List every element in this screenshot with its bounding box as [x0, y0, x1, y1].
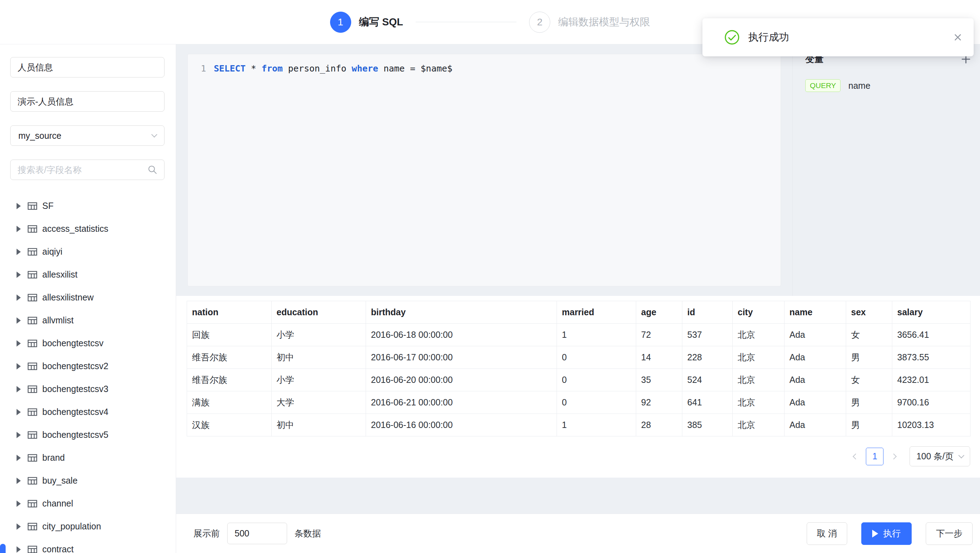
table-tree-item[interactable]: channel — [0, 492, 176, 515]
close-icon[interactable] — [953, 32, 963, 43]
next-page-button[interactable] — [886, 448, 902, 465]
chevron-down-icon — [151, 132, 158, 138]
table-tree-item[interactable]: allvmlist — [0, 309, 176, 332]
expand-caret-icon[interactable] — [17, 501, 21, 507]
prev-page-button[interactable] — [848, 448, 864, 465]
results-column-header: age — [636, 301, 682, 324]
table-icon — [27, 269, 38, 280]
table-name: bochengtestcsv5 — [42, 430, 108, 440]
results-column-header: city — [733, 301, 784, 324]
results-cell: 男 — [846, 391, 892, 414]
expand-caret-icon[interactable] — [17, 523, 21, 530]
sql-editor[interactable]: 1 SELECT * from person_info where name =… — [188, 54, 781, 286]
table-icon — [27, 407, 38, 417]
row-limit-input[interactable] — [227, 523, 287, 544]
pagination: 1 100 条/页 — [176, 446, 970, 466]
results-cell: 男 — [846, 346, 892, 369]
dataset-title-input[interactable] — [10, 91, 164, 112]
execute-button[interactable]: 执行 — [861, 522, 912, 545]
expand-caret-icon[interactable] — [17, 340, 21, 346]
step-indicator: 1 编写 SQL 2 编辑数据模型与权限 — [330, 12, 650, 33]
expand-caret-icon[interactable] — [17, 226, 21, 232]
chevron-down-icon — [959, 452, 964, 458]
table-icon — [27, 361, 38, 372]
expand-caret-icon[interactable] — [17, 363, 21, 369]
table-icon — [27, 498, 38, 509]
table-tree-item[interactable]: bochengtestcsv2 — [0, 355, 176, 378]
expand-caret-icon[interactable] — [17, 294, 21, 301]
results-cell: 14 — [636, 346, 682, 369]
table-name: allvmlist — [42, 315, 74, 326]
table-name: buy_sale — [42, 475, 78, 486]
table-tree-item[interactable]: bochengtestcsv5 — [0, 423, 176, 446]
variables-list: QUERY name — [792, 79, 980, 92]
datasource-select[interactable]: my_source — [10, 126, 164, 146]
table-tree-item[interactable]: buy_sale — [0, 469, 176, 492]
expand-caret-icon[interactable] — [17, 249, 21, 255]
results-cell: 初中 — [272, 346, 366, 369]
results-cell: 大学 — [272, 391, 366, 414]
expand-caret-icon[interactable] — [17, 272, 21, 278]
expand-caret-icon[interactable] — [17, 546, 21, 553]
limit-suffix-label: 条数据 — [294, 528, 321, 539]
search-box — [10, 160, 164, 180]
table-tree-item[interactable]: allesxilistnew — [0, 286, 176, 309]
expand-caret-icon[interactable] — [17, 455, 21, 461]
table-name: aiqiyi — [42, 246, 62, 257]
results-cell: 9700.16 — [892, 391, 970, 414]
results-cell: 228 — [682, 346, 733, 369]
expand-caret-icon[interactable] — [17, 432, 21, 438]
table-tree-item[interactable]: contract — [0, 538, 176, 553]
table-tree-item[interactable]: bochengtestcsv3 — [0, 378, 176, 400]
results-cell: 2016-06-17 00:00:00 — [366, 346, 557, 369]
table-name: access_statistics — [42, 224, 108, 234]
expand-caret-icon[interactable] — [17, 478, 21, 484]
expand-caret-icon[interactable] — [17, 409, 21, 415]
cancel-button[interactable]: 取 消 — [807, 522, 847, 545]
table-tree-item[interactable]: allesxilist — [0, 263, 176, 286]
results-cell: 537 — [682, 324, 733, 346]
scrollbar-thumb[interactable] — [0, 544, 6, 553]
results-header-row: nationeducationbirthdaymarriedageidcityn… — [187, 301, 970, 324]
sql-dataset-window: 1 编写 SQL 2 编辑数据模型与权限 my_source SF — [0, 0, 980, 553]
table-tree-item[interactable]: SF — [0, 194, 176, 217]
variable-item[interactable]: QUERY name — [805, 79, 980, 92]
table-tree-item[interactable]: bochengtestcsv — [0, 332, 176, 355]
current-page-button[interactable]: 1 — [866, 448, 883, 465]
results-cell: 35 — [636, 369, 682, 391]
table-name: bochengtestcsv — [42, 338, 103, 348]
results-column-header: nation — [187, 301, 272, 324]
results-cell: 小学 — [272, 324, 366, 346]
table-tree-item[interactable]: access_statistics — [0, 217, 176, 240]
results-row: 维吾尔族小学2016-06-20 00:00:00035524北京Ada女423… — [187, 369, 970, 391]
results-cell: 2016-06-16 00:00:00 — [366, 414, 557, 436]
limit-prefix-label: 展示前 — [193, 528, 220, 539]
page-size-select[interactable]: 100 条/页 — [910, 446, 970, 466]
table-tree-item[interactable]: brand — [0, 446, 176, 469]
step-1-label: 编写 SQL — [359, 15, 403, 29]
dataset-name-input[interactable] — [10, 57, 164, 78]
results-column-header: education — [272, 301, 366, 324]
results-cell: Ada — [784, 324, 846, 346]
editor-wrap: 1 SELECT * from person_info where name =… — [176, 44, 792, 296]
expand-caret-icon[interactable] — [17, 386, 21, 393]
step-2: 2 编辑数据模型与权限 — [529, 12, 650, 33]
results-cell: 2016-06-21 00:00:00 — [366, 391, 557, 414]
results-row: 回族小学2016-06-18 00:00:00172537北京Ada女3656.… — [187, 324, 970, 346]
sql-token: name = $name$ — [378, 64, 453, 74]
results-cell: Ada — [784, 346, 846, 369]
sql-token: where — [352, 64, 378, 74]
results-column-header: id — [682, 301, 733, 324]
table-tree-item[interactable]: aiqiyi — [0, 240, 176, 263]
line-number: 1 — [188, 63, 206, 75]
table-tree-item[interactable]: city_population — [0, 515, 176, 538]
results-cell: 0 — [557, 369, 636, 391]
table-icon — [27, 453, 38, 463]
next-step-button[interactable]: 下一步 — [926, 522, 973, 545]
search-input[interactable] — [18, 165, 147, 175]
search-icon — [147, 164, 158, 175]
expand-caret-icon[interactable] — [17, 317, 21, 324]
expand-caret-icon[interactable] — [17, 203, 21, 209]
results-cell: 维吾尔族 — [187, 369, 272, 391]
table-tree-item[interactable]: bochengtestcsv4 — [0, 400, 176, 423]
